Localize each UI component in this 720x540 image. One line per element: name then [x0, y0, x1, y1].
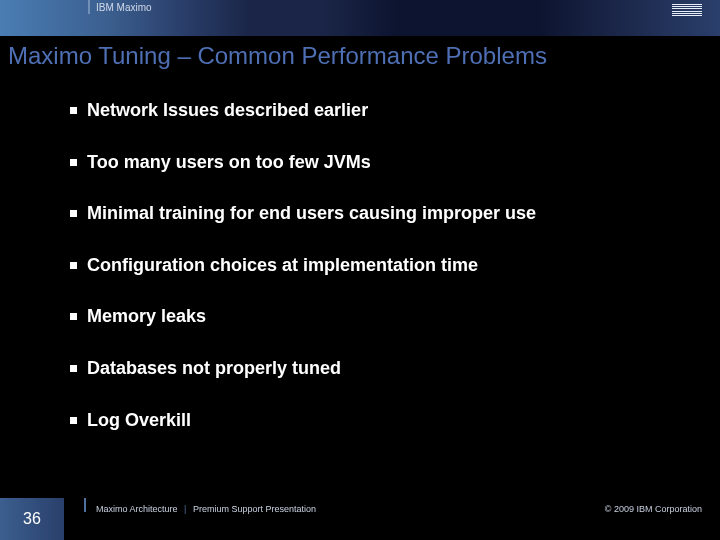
- page-number: 36: [0, 498, 64, 540]
- header-label: IBM Maximo: [96, 2, 152, 13]
- list-item: Log Overkill: [70, 410, 680, 432]
- footer-tick: [84, 498, 86, 512]
- list-item: Configuration choices at implementation …: [70, 255, 680, 277]
- bullet-text: Too many users on too few JVMs: [87, 152, 371, 174]
- ibm-logo-bars: [672, 4, 702, 16]
- bullet-icon: [70, 159, 77, 166]
- list-item: Too many users on too few JVMs: [70, 152, 680, 174]
- bullet-icon: [70, 313, 77, 320]
- bullet-icon: [70, 210, 77, 217]
- bullet-text: Databases not properly tuned: [87, 358, 341, 380]
- footer-separator: |: [184, 504, 186, 514]
- bullet-text: Memory leaks: [87, 306, 206, 328]
- header-band: IBM Maximo: [0, 0, 720, 36]
- bullet-icon: [70, 365, 77, 372]
- bullet-list: Network Issues described earlier Too man…: [70, 100, 680, 461]
- footer-left-b: Premium Support Presentation: [193, 504, 316, 514]
- bullet-icon: [70, 417, 77, 424]
- bullet-text: Log Overkill: [87, 410, 191, 432]
- bullet-icon: [70, 262, 77, 269]
- bullet-text: Network Issues described earlier: [87, 100, 368, 122]
- header-tick: [88, 0, 90, 14]
- list-item: Databases not properly tuned: [70, 358, 680, 380]
- bullet-text: Minimal training for end users causing i…: [87, 203, 536, 225]
- bullet-icon: [70, 107, 77, 114]
- footer-right: © 2009 IBM Corporation: [605, 504, 702, 514]
- list-item: Minimal training for end users causing i…: [70, 203, 680, 225]
- ibm-logo: [672, 4, 702, 16]
- footer-left: Maximo Architecture | Premium Support Pr…: [96, 504, 316, 514]
- footer-left-a: Maximo Architecture: [96, 504, 178, 514]
- footer: 36 Maximo Architecture | Premium Support…: [0, 498, 720, 540]
- slide-title: Maximo Tuning – Common Performance Probl…: [8, 42, 547, 70]
- footer-content: Maximo Architecture | Premium Support Pr…: [64, 498, 720, 514]
- bullet-text: Configuration choices at implementation …: [87, 255, 478, 277]
- list-item: Memory leaks: [70, 306, 680, 328]
- list-item: Network Issues described earlier: [70, 100, 680, 122]
